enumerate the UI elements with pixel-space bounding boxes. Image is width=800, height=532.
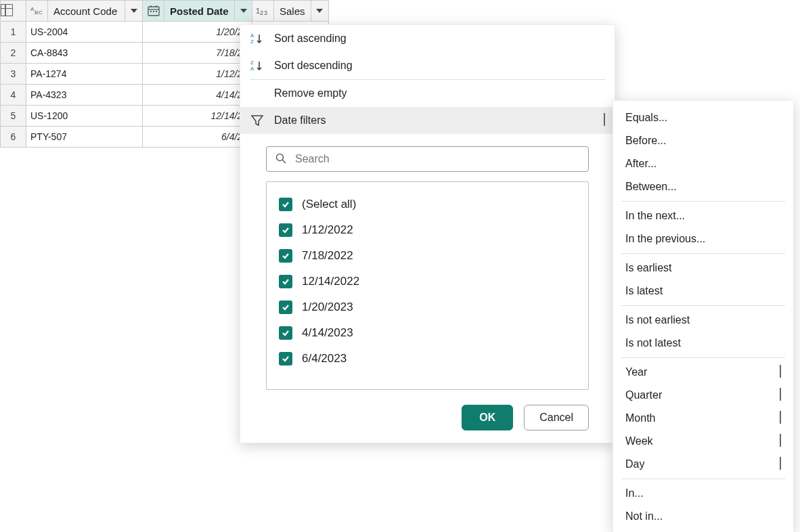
- submenu-label: Equals...: [625, 112, 667, 124]
- menu-label: Sort ascending: [274, 32, 347, 45]
- cancel-button[interactable]: Cancel: [524, 405, 589, 430]
- checkbox-checked-icon: [279, 198, 292, 211]
- search-input[interactable]: [294, 152, 580, 166]
- filter-in-the-next[interactable]: In the next...: [613, 204, 793, 227]
- cell-date: 6/4/20: [143, 127, 252, 148]
- filter-year[interactable]: Year: [613, 361, 793, 384]
- chevron-right-icon: [604, 114, 605, 127]
- row-number: 1: [1, 22, 26, 43]
- check-label: 7/18/2022: [302, 249, 353, 263]
- filter-value-checkbox[interactable]: 1/20/2023: [279, 294, 576, 320]
- filter-is-latest[interactable]: Is latest: [613, 280, 793, 303]
- text-type-icon: ABC: [26, 1, 48, 21]
- menu-label: Sort descending: [274, 60, 353, 72]
- filter-day[interactable]: Day: [613, 453, 793, 476]
- cell-account: PA-1274: [26, 64, 143, 85]
- sort-descending-item[interactable]: ZA Sort descending: [240, 52, 615, 79]
- column-header-sales[interactable]: 123 Sales: [252, 1, 329, 22]
- submenu-label: Year: [625, 366, 647, 378]
- search-input-wrapper[interactable]: [266, 146, 589, 172]
- submenu-label: In the next...: [625, 210, 685, 222]
- checkbox-checked-icon: [279, 352, 292, 365]
- submenu-label: Not in...: [625, 510, 663, 523]
- row-number: 2: [1, 43, 26, 64]
- filter-value-checkbox[interactable]: 4/14/2023: [279, 320, 576, 346]
- column-dropdown-button[interactable]: [311, 1, 328, 21]
- caret-down-icon: [131, 9, 137, 13]
- sort-ascending-item[interactable]: AZ Sort ascending: [240, 25, 615, 52]
- column-header-posted-date[interactable]: Posted Date: [143, 1, 252, 22]
- svg-text:C: C: [39, 9, 43, 16]
- filter-value-checkbox[interactable]: 7/18/2022: [279, 243, 576, 269]
- checkbox-checked-icon: [279, 301, 292, 314]
- column-label: Account Code: [48, 5, 125, 17]
- svg-text:2: 2: [260, 9, 263, 16]
- date-type-icon: [143, 1, 164, 21]
- svg-point-17: [277, 154, 284, 160]
- svg-rect-8: [153, 11, 154, 12]
- filter-after[interactable]: After...: [613, 152, 793, 175]
- filter-equals[interactable]: Equals...: [613, 106, 793, 129]
- cell-account: US-2004: [26, 22, 143, 43]
- chevron-right-icon: [780, 412, 781, 424]
- svg-text:Z: Z: [250, 39, 254, 45]
- submenu-label: Is latest: [625, 285, 663, 297]
- check-label: 12/14/2022: [302, 275, 359, 288]
- select-all-corner[interactable]: [1, 1, 26, 22]
- submenu-label: Week: [625, 435, 653, 447]
- filter-quarter[interactable]: Quarter: [613, 384, 793, 407]
- submenu-label: Before...: [625, 135, 666, 147]
- cell-date: 1/12/20: [143, 64, 252, 85]
- submenu-label: Month: [625, 412, 655, 424]
- filter-not-in[interactable]: Not in...: [613, 505, 793, 528]
- chevron-right-icon: [780, 435, 781, 447]
- filter-value-checkbox[interactable]: 6/4/2023: [279, 346, 576, 372]
- check-label: 4/14/2023: [302, 326, 353, 340]
- column-header-account-code[interactable]: ABC Account Code: [26, 1, 143, 22]
- chevron-right-icon: [780, 389, 781, 401]
- column-label: Posted Date: [164, 5, 234, 17]
- submenu-label: In...: [625, 487, 644, 500]
- caret-down-icon: [316, 9, 323, 13]
- submenu-label: Is not earliest: [625, 314, 690, 326]
- filter-is-not-earliest[interactable]: Is not earliest: [613, 309, 793, 332]
- date-filters-item[interactable]: Date filters: [240, 107, 615, 134]
- remove-empty-item[interactable]: Remove empty: [240, 80, 615, 107]
- svg-text:Z: Z: [250, 60, 254, 66]
- filter-values-panel: (Select all) 1/12/2022 7/18/2022 12/14/2…: [266, 181, 589, 390]
- filter-before[interactable]: Before...: [613, 129, 793, 152]
- filter-in[interactable]: In...: [613, 482, 793, 505]
- cell-date: 12/14/20: [143, 106, 252, 127]
- filter-value-checkbox[interactable]: 1/12/2022: [279, 217, 576, 243]
- filter-is-earliest[interactable]: Is earliest: [613, 257, 793, 280]
- svg-rect-9: [156, 11, 157, 12]
- sort-desc-icon: ZA: [250, 59, 265, 72]
- submenu-label: Day: [625, 458, 644, 470]
- filter-month[interactable]: Month: [613, 407, 793, 430]
- sort-asc-icon: AZ: [250, 32, 265, 45]
- search-icon: [275, 152, 287, 167]
- column-dropdown-button[interactable]: [234, 1, 252, 21]
- filter-week[interactable]: Week: [613, 430, 793, 453]
- select-all-checkbox[interactable]: (Select all): [279, 192, 576, 217]
- checkbox-checked-icon: [279, 326, 292, 340]
- cell-date: 4/14/20: [143, 85, 252, 106]
- filter-between[interactable]: Between...: [613, 175, 793, 198]
- date-filters-submenu: Equals... Before... After... Between... …: [613, 100, 794, 532]
- filter-value-checkbox[interactable]: 12/14/2022: [279, 269, 576, 294]
- row-number: 4: [1, 85, 26, 106]
- svg-text:3: 3: [264, 9, 267, 16]
- row-number: 5: [1, 106, 26, 127]
- filter-is-not-latest[interactable]: Is not latest: [613, 332, 793, 355]
- cell-account: PA-4323: [26, 85, 143, 106]
- row-number: 6: [1, 127, 26, 148]
- column-dropdown-button[interactable]: [125, 1, 142, 21]
- caret-down-icon: [240, 9, 247, 13]
- check-label: 1/12/2022: [302, 223, 353, 237]
- svg-text:A: A: [250, 66, 254, 72]
- ok-button[interactable]: OK: [462, 405, 513, 430]
- svg-text:B: B: [35, 9, 38, 16]
- chevron-right-icon: [780, 458, 781, 470]
- filter-in-the-previous[interactable]: In the previous...: [613, 227, 793, 250]
- checkbox-checked-icon: [279, 249, 292, 263]
